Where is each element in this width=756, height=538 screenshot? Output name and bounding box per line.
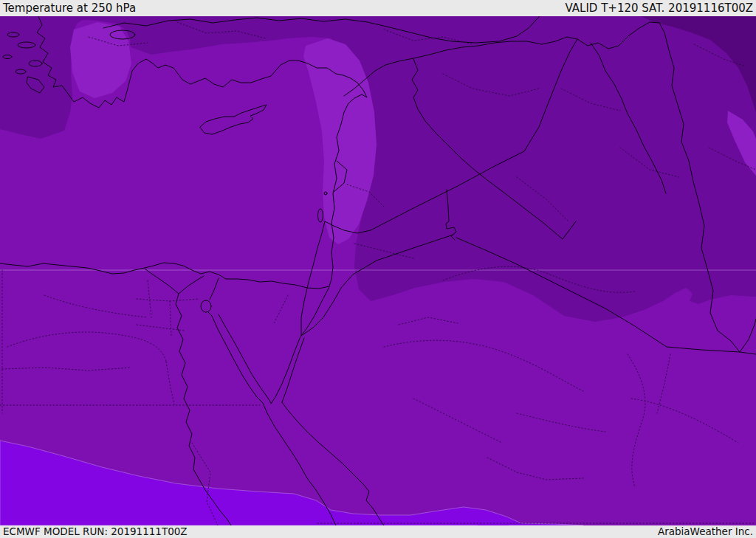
brand-label: ArabiaWeather Inc. — [658, 527, 753, 537]
model-run-label: ECMWF MODEL RUN: 20191111T00Z — [3, 527, 188, 537]
weather-map-window: Temperature at 250 hPa VALID T+120 SAT. … — [0, 0, 756, 538]
header-bar: Temperature at 250 hPa VALID T+120 SAT. … — [0, 0, 756, 16]
page-title: Temperature at 250 hPa — [3, 3, 136, 14]
footer-bar: ECMWF MODEL RUN: 20191111T00Z ArabiaWeat… — [0, 525, 756, 538]
map-canvas — [0, 16, 756, 525]
valid-time-label: VALID T+120 SAT. 20191116T00Z — [566, 3, 753, 14]
